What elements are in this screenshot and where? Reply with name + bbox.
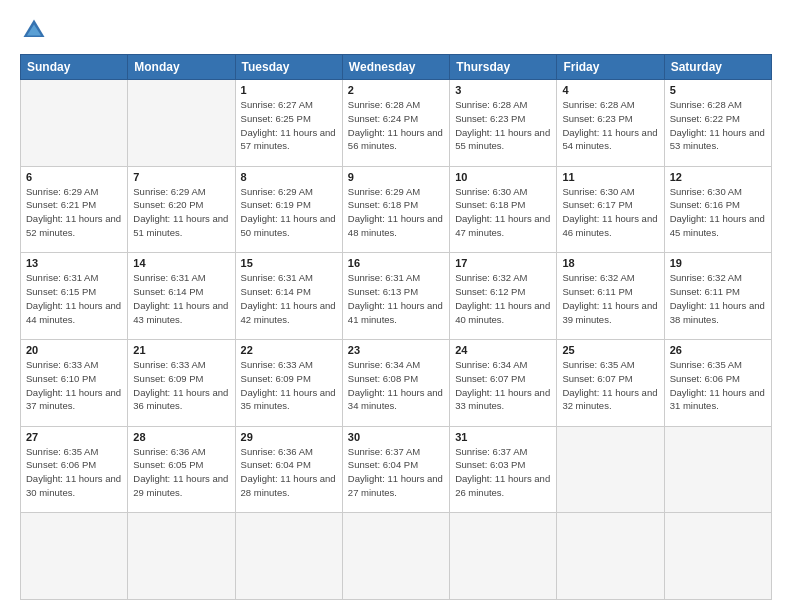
day-number: 19 (670, 257, 766, 269)
logo (20, 16, 52, 44)
day-number: 21 (133, 344, 229, 356)
weekday-header-row: SundayMondayTuesdayWednesdayThursdayFrid… (21, 55, 772, 80)
page: SundayMondayTuesdayWednesdayThursdayFrid… (0, 0, 792, 612)
calendar-cell: 10Sunrise: 6:30 AMSunset: 6:18 PMDayligh… (450, 166, 557, 253)
day-info: Sunrise: 6:37 AMSunset: 6:04 PMDaylight:… (348, 445, 444, 500)
day-number: 10 (455, 171, 551, 183)
calendar-cell (21, 513, 128, 600)
day-info: Sunrise: 6:28 AMSunset: 6:24 PMDaylight:… (348, 98, 444, 153)
day-number: 3 (455, 84, 551, 96)
calendar-cell: 29Sunrise: 6:36 AMSunset: 6:04 PMDayligh… (235, 426, 342, 513)
day-info: Sunrise: 6:31 AMSunset: 6:14 PMDaylight:… (241, 271, 337, 326)
weekday-header-monday: Monday (128, 55, 235, 80)
calendar-cell: 7Sunrise: 6:29 AMSunset: 6:20 PMDaylight… (128, 166, 235, 253)
calendar-cell (128, 80, 235, 167)
day-info: Sunrise: 6:31 AMSunset: 6:14 PMDaylight:… (133, 271, 229, 326)
calendar-table: SundayMondayTuesdayWednesdayThursdayFrid… (20, 54, 772, 600)
day-number: 9 (348, 171, 444, 183)
calendar-cell: 13Sunrise: 6:31 AMSunset: 6:15 PMDayligh… (21, 253, 128, 340)
day-number: 13 (26, 257, 122, 269)
calendar-cell (557, 426, 664, 513)
calendar-row: 13Sunrise: 6:31 AMSunset: 6:15 PMDayligh… (21, 253, 772, 340)
day-info: Sunrise: 6:36 AMSunset: 6:05 PMDaylight:… (133, 445, 229, 500)
day-info: Sunrise: 6:34 AMSunset: 6:08 PMDaylight:… (348, 358, 444, 413)
calendar-row: 1Sunrise: 6:27 AMSunset: 6:25 PMDaylight… (21, 80, 772, 167)
calendar-row: 27Sunrise: 6:35 AMSunset: 6:06 PMDayligh… (21, 426, 772, 513)
calendar-cell: 18Sunrise: 6:32 AMSunset: 6:11 PMDayligh… (557, 253, 664, 340)
day-number: 5 (670, 84, 766, 96)
calendar-cell: 9Sunrise: 6:29 AMSunset: 6:18 PMDaylight… (342, 166, 449, 253)
day-info: Sunrise: 6:33 AMSunset: 6:09 PMDaylight:… (133, 358, 229, 413)
calendar-cell: 28Sunrise: 6:36 AMSunset: 6:05 PMDayligh… (128, 426, 235, 513)
day-number: 11 (562, 171, 658, 183)
calendar-cell: 30Sunrise: 6:37 AMSunset: 6:04 PMDayligh… (342, 426, 449, 513)
calendar-cell: 22Sunrise: 6:33 AMSunset: 6:09 PMDayligh… (235, 339, 342, 426)
day-info: Sunrise: 6:32 AMSunset: 6:12 PMDaylight:… (455, 271, 551, 326)
logo-icon (20, 16, 48, 44)
day-number: 12 (670, 171, 766, 183)
calendar-cell: 20Sunrise: 6:33 AMSunset: 6:10 PMDayligh… (21, 339, 128, 426)
calendar-cell: 2Sunrise: 6:28 AMSunset: 6:24 PMDaylight… (342, 80, 449, 167)
calendar-cell: 16Sunrise: 6:31 AMSunset: 6:13 PMDayligh… (342, 253, 449, 340)
calendar-cell: 24Sunrise: 6:34 AMSunset: 6:07 PMDayligh… (450, 339, 557, 426)
day-number: 6 (26, 171, 122, 183)
calendar-cell (128, 513, 235, 600)
day-number: 1 (241, 84, 337, 96)
calendar-cell: 11Sunrise: 6:30 AMSunset: 6:17 PMDayligh… (557, 166, 664, 253)
day-number: 24 (455, 344, 551, 356)
day-number: 31 (455, 431, 551, 443)
calendar-cell: 23Sunrise: 6:34 AMSunset: 6:08 PMDayligh… (342, 339, 449, 426)
day-info: Sunrise: 6:31 AMSunset: 6:13 PMDaylight:… (348, 271, 444, 326)
weekday-header-friday: Friday (557, 55, 664, 80)
calendar-cell: 15Sunrise: 6:31 AMSunset: 6:14 PMDayligh… (235, 253, 342, 340)
day-number: 17 (455, 257, 551, 269)
day-info: Sunrise: 6:31 AMSunset: 6:15 PMDaylight:… (26, 271, 122, 326)
calendar-cell: 4Sunrise: 6:28 AMSunset: 6:23 PMDaylight… (557, 80, 664, 167)
calendar-row: 6Sunrise: 6:29 AMSunset: 6:21 PMDaylight… (21, 166, 772, 253)
day-info: Sunrise: 6:34 AMSunset: 6:07 PMDaylight:… (455, 358, 551, 413)
day-info: Sunrise: 6:35 AMSunset: 6:07 PMDaylight:… (562, 358, 658, 413)
day-info: Sunrise: 6:30 AMSunset: 6:17 PMDaylight:… (562, 185, 658, 240)
calendar-row: 20Sunrise: 6:33 AMSunset: 6:10 PMDayligh… (21, 339, 772, 426)
weekday-header-thursday: Thursday (450, 55, 557, 80)
calendar-cell: 6Sunrise: 6:29 AMSunset: 6:21 PMDaylight… (21, 166, 128, 253)
day-number: 25 (562, 344, 658, 356)
day-info: Sunrise: 6:27 AMSunset: 6:25 PMDaylight:… (241, 98, 337, 153)
day-number: 20 (26, 344, 122, 356)
calendar-cell: 3Sunrise: 6:28 AMSunset: 6:23 PMDaylight… (450, 80, 557, 167)
calendar-cell (664, 426, 771, 513)
day-info: Sunrise: 6:33 AMSunset: 6:10 PMDaylight:… (26, 358, 122, 413)
day-info: Sunrise: 6:36 AMSunset: 6:04 PMDaylight:… (241, 445, 337, 500)
day-number: 26 (670, 344, 766, 356)
day-info: Sunrise: 6:37 AMSunset: 6:03 PMDaylight:… (455, 445, 551, 500)
header (20, 16, 772, 44)
day-info: Sunrise: 6:33 AMSunset: 6:09 PMDaylight:… (241, 358, 337, 413)
calendar-cell (21, 80, 128, 167)
day-info: Sunrise: 6:30 AMSunset: 6:18 PMDaylight:… (455, 185, 551, 240)
day-number: 27 (26, 431, 122, 443)
day-info: Sunrise: 6:28 AMSunset: 6:23 PMDaylight:… (562, 98, 658, 153)
day-number: 18 (562, 257, 658, 269)
day-info: Sunrise: 6:32 AMSunset: 6:11 PMDaylight:… (562, 271, 658, 326)
day-number: 29 (241, 431, 337, 443)
day-info: Sunrise: 6:29 AMSunset: 6:21 PMDaylight:… (26, 185, 122, 240)
day-number: 30 (348, 431, 444, 443)
calendar-cell: 12Sunrise: 6:30 AMSunset: 6:16 PMDayligh… (664, 166, 771, 253)
day-number: 15 (241, 257, 337, 269)
day-number: 7 (133, 171, 229, 183)
day-info: Sunrise: 6:29 AMSunset: 6:18 PMDaylight:… (348, 185, 444, 240)
day-info: Sunrise: 6:28 AMSunset: 6:23 PMDaylight:… (455, 98, 551, 153)
day-info: Sunrise: 6:29 AMSunset: 6:20 PMDaylight:… (133, 185, 229, 240)
day-number: 14 (133, 257, 229, 269)
day-info: Sunrise: 6:32 AMSunset: 6:11 PMDaylight:… (670, 271, 766, 326)
calendar-cell: 27Sunrise: 6:35 AMSunset: 6:06 PMDayligh… (21, 426, 128, 513)
weekday-header-tuesday: Tuesday (235, 55, 342, 80)
calendar-cell: 17Sunrise: 6:32 AMSunset: 6:12 PMDayligh… (450, 253, 557, 340)
calendar-cell: 1Sunrise: 6:27 AMSunset: 6:25 PMDaylight… (235, 80, 342, 167)
day-info: Sunrise: 6:35 AMSunset: 6:06 PMDaylight:… (670, 358, 766, 413)
calendar-cell: 19Sunrise: 6:32 AMSunset: 6:11 PMDayligh… (664, 253, 771, 340)
weekday-header-sunday: Sunday (21, 55, 128, 80)
day-info: Sunrise: 6:28 AMSunset: 6:22 PMDaylight:… (670, 98, 766, 153)
calendar-cell: 26Sunrise: 6:35 AMSunset: 6:06 PMDayligh… (664, 339, 771, 426)
calendar-cell: 8Sunrise: 6:29 AMSunset: 6:19 PMDaylight… (235, 166, 342, 253)
